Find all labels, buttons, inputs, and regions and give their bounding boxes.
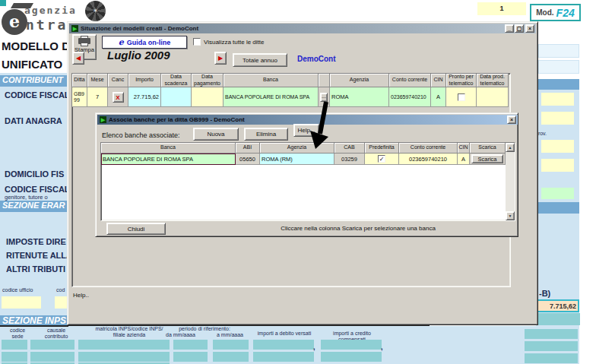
minimize-icon[interactable]: _	[505, 24, 514, 33]
cell-data-prod[interactable]	[477, 87, 509, 107]
mod-f24-box: Mod. F24	[530, 4, 581, 21]
col-header-agenzia[interactable]: Agenzia	[330, 74, 389, 87]
maximize-icon[interactable]: ▢	[515, 24, 524, 33]
right-pale-cell	[538, 60, 579, 74]
col-header-banca[interactable]: Banca	[101, 143, 236, 154]
col-header-scarica[interactable]: Scarica	[470, 143, 506, 154]
cancel-button[interactable]: X	[113, 92, 124, 103]
elimina-button[interactable]: Elimina	[244, 128, 288, 141]
col-header-mese[interactable]: Mese	[87, 74, 108, 87]
label-codice-fiscale2: CODICE FISCAL	[5, 185, 68, 194]
col-header-cin[interactable]: CIN	[458, 143, 470, 154]
dialog-grid-header-row: Banca ABI Agenzia CAB Predefinita Conto …	[101, 143, 506, 154]
col-header-conto[interactable]: Conto corrente	[389, 74, 431, 87]
col-header-cin[interactable]: CIN	[431, 74, 446, 87]
label-saldo-suffix: -B)	[539, 289, 550, 298]
col-header-data-prod[interactable]: Data prod. telematico	[477, 74, 509, 87]
main-window-title: Situazione dei modelli creati - DemoCont	[81, 25, 198, 32]
label-periodo: periodo di riferimento: da mm/aaaa a mm/…	[166, 326, 243, 338]
cell-predefinita: ✓	[365, 154, 399, 165]
band-erario: SEZIONE ERAR	[0, 201, 68, 212]
form-title-line2: UNIFICATO	[2, 58, 62, 71]
saldo-cell: 7.715,62	[537, 299, 579, 312]
label-domicilio: DOMICILIO FIS	[5, 169, 68, 179]
col-header-data-scadenza[interactable]: Data scadenza	[161, 74, 192, 87]
right-green-cell	[541, 188, 574, 199]
dialog-app-icon: ▶	[100, 116, 106, 123]
label-causale-l2: contributo	[35, 334, 78, 340]
dialog-close-icon[interactable]: ×	[507, 116, 516, 124]
col-header-abi[interactable]: ABI	[236, 143, 260, 154]
right-band-top	[536, 79, 579, 90]
col-header-predefinita[interactable]: Predefinita	[365, 143, 399, 154]
cell-data-scadenza[interactable]	[161, 87, 192, 107]
close-icon[interactable]: ×	[525, 24, 534, 33]
label-causale-l1: causale	[35, 328, 78, 334]
totale-annuo-button[interactable]: Totale annuo	[233, 53, 287, 67]
col-header-banca[interactable]: Banca	[224, 74, 319, 87]
inps-cell	[78, 352, 170, 362]
right-teal-cell	[525, 329, 578, 339]
col-header-canc[interactable]: Canc	[108, 74, 128, 87]
inps-cell	[30, 352, 74, 362]
label-codice-sede: codice sede	[2, 328, 33, 340]
cell-mese[interactable]: 7	[87, 87, 108, 107]
grid-data-row: GB999 7 X 27.715,62 BANCA POPOLARE DI RO…	[72, 87, 509, 107]
cell-ditta[interactable]: GB999	[72, 87, 87, 107]
label-periodo-line: periodo di riferimento:	[166, 326, 243, 332]
col-header-importo[interactable]: Importo	[128, 74, 161, 87]
scroll-up-icon[interactable]: ▲	[506, 143, 515, 152]
cell-canc: X	[108, 87, 128, 107]
col-header-data-pagamento[interactable]: Data pagamento	[192, 74, 224, 87]
nuova-button[interactable]: Nuova	[193, 128, 239, 141]
codice-ufficio-cell	[2, 296, 41, 309]
inps-cell	[173, 340, 208, 350]
col-header-conto[interactable]: Conto corrente	[399, 143, 458, 154]
guida-e-icon: e	[119, 37, 124, 47]
cell-conto[interactable]: 023659740210	[399, 154, 458, 165]
chiudi-button[interactable]: Chiudi	[106, 223, 166, 235]
decimal-comma: ,	[313, 343, 315, 351]
inps-cell	[321, 352, 382, 362]
cell-cin[interactable]: A	[431, 87, 446, 107]
scarica-button[interactable]: Scarica	[471, 154, 503, 163]
inps-cell	[2, 352, 27, 362]
main-window-titlebar[interactable]: ▶ Situazione dei modelli creati - DemoCo…	[69, 24, 536, 33]
label-cod: cod	[56, 287, 65, 293]
dialog-grid-data-row: BANCA POPOLARE DI ROMA SPA 05650 ROMA (R…	[101, 154, 506, 165]
label-ritenute: RITENUTE ALLA	[6, 251, 68, 260]
visualizza-checkbox[interactable]	[193, 38, 201, 46]
agenzia-logo-text1: agenzia	[24, 5, 77, 16]
cell-importo[interactable]: 27.715,62	[128, 87, 161, 107]
col-header-ditta[interactable]: Ditta	[72, 74, 87, 87]
band-contribuente: CONTRIBUENT	[0, 75, 68, 87]
predefinita-checkbox[interactable]: ✓	[378, 155, 385, 163]
cell-pronto	[446, 87, 477, 107]
cell-banca[interactable]: BANCA POPOLARE DI ROMA SPA	[101, 154, 236, 165]
label-codice-sede-l1: codice	[2, 328, 33, 334]
inps-cell	[2, 340, 27, 350]
col-header-pronto[interactable]: Pronto per telematico	[446, 74, 477, 87]
cell-data-pagamento[interactable]	[192, 87, 224, 107]
elenco-label: Elenco banche associate:	[102, 131, 180, 139]
cell-abi[interactable]: 05650	[236, 154, 260, 165]
label-codice-fiscale: CODICE FISCAL	[5, 90, 68, 100]
agenzia-logo-e-icon: e	[2, 9, 27, 35]
inps-cell	[173, 352, 208, 362]
pronto-checkbox[interactable]	[458, 93, 465, 101]
app-icon: ▶	[71, 25, 78, 32]
right-teal-cell	[525, 341, 578, 351]
codice-atto-cell	[55, 296, 67, 309]
prev-month-button[interactable]: ◀	[72, 52, 84, 65]
month-title: Luglio 2009	[107, 49, 170, 62]
right-teal-band	[534, 313, 580, 325]
dialog-hint-text: Cliccare nella colonna Scarica per selez…	[210, 225, 506, 232]
scroll-down-icon[interactable]: ▼	[506, 211, 515, 220]
dialog-grid-scrollbar[interactable]: ▲ ▼	[506, 143, 515, 220]
next-month-button[interactable]: ▶	[214, 52, 227, 65]
guida-online-button[interactable]: e Guida on-line	[102, 36, 187, 49]
right-yellow-cell	[541, 112, 574, 125]
right-teal-cell	[525, 353, 578, 363]
cell-conto[interactable]: 023659740210	[389, 87, 431, 107]
cell-cin[interactable]: A	[458, 154, 470, 165]
